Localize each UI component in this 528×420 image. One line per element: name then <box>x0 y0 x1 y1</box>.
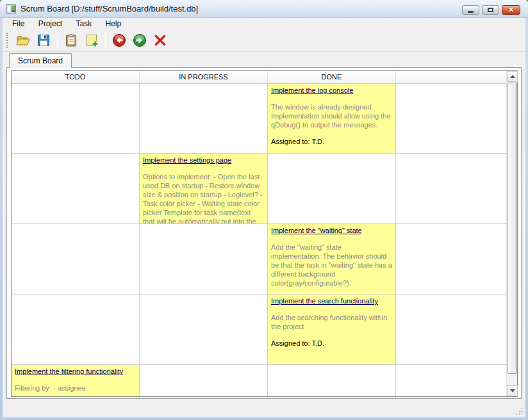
board-row: Implement the filtering functionality Fi… <box>12 365 506 396</box>
cell-todo[interactable]: Implement the filtering functionality Fi… <box>12 365 140 396</box>
task-card[interactable]: Implement the filtering functionality Fi… <box>12 365 139 396</box>
tab-bar: Scrum Board <box>3 52 525 68</box>
cell-todo[interactable] <box>12 154 140 223</box>
column-header-todo[interactable]: TODO <box>12 71 140 83</box>
cell-done[interactable]: Implement the log console The window is … <box>268 84 396 153</box>
cell-todo[interactable] <box>12 295 140 364</box>
scroll-down-button[interactable] <box>507 385 518 396</box>
task-title-link[interactable]: Implement the settings page <box>143 156 264 165</box>
board-body: Implement the log console The window is … <box>12 84 506 396</box>
scrum-board-pane: TODO IN PROGRESS DONE Implement the log … <box>6 67 522 399</box>
task-title-link[interactable]: Implement the filtering functionality <box>15 367 136 376</box>
cell-in-progress[interactable] <box>140 84 268 153</box>
cell-in-progress[interactable] <box>140 365 268 396</box>
move-task-back-button[interactable] <box>110 31 128 49</box>
cell-done[interactable]: Implement the "waiting" state Add the "w… <box>268 224 396 294</box>
task-card[interactable]: Implement the "waiting" state Add the "w… <box>268 224 395 294</box>
new-note-icon <box>84 33 99 48</box>
column-header-empty[interactable] <box>396 71 506 83</box>
toolbar-separator <box>105 33 106 48</box>
new-task-button[interactable] <box>83 31 101 49</box>
window-title: Scrum Board [D:/stuff/ScrumBoard/build/t… <box>21 4 198 13</box>
app-window: Scrum Board [D:/stuff/ScrumBoard/build/t… <box>0 0 528 420</box>
move-task-forward-button[interactable] <box>131 31 149 49</box>
title-bar[interactable]: Scrum Board [D:/stuff/ScrumBoard/build/t… <box>0 0 528 18</box>
column-header-done[interactable]: DONE <box>268 71 396 83</box>
task-card[interactable]: Implement the search functionality Add t… <box>268 295 395 364</box>
cell-done[interactable]: Implement the search functionality Add t… <box>268 295 396 364</box>
menu-task[interactable]: Task <box>70 18 97 29</box>
toolbar <box>3 29 525 52</box>
task-title-link[interactable]: Implement the log console <box>271 86 392 95</box>
paste-task-button[interactable] <box>62 31 80 49</box>
cell-extra[interactable] <box>396 224 506 294</box>
menu-bar: File Project Task Help <box>3 18 525 29</box>
task-assignee: Assigned to: T.D. <box>271 339 392 348</box>
task-title-link[interactable]: Implement the search functionality <box>271 296 392 305</box>
save-icon <box>36 33 51 48</box>
client-area: File Project Task Help <box>3 18 525 417</box>
tab-scrum-board[interactable]: Scrum Board <box>9 53 72 68</box>
task-description: Options to implement: - Open the last us… <box>143 172 264 223</box>
task-assignee: Assigned to: T.D. <box>271 137 392 146</box>
board-row: Implement the search functionality Add t… <box>12 295 506 365</box>
vertical-scrollbar[interactable] <box>506 71 517 396</box>
menu-project[interactable]: Project <box>33 18 68 29</box>
task-description: The window is already designed. Implemen… <box>271 102 392 129</box>
resize-grip[interactable] <box>515 407 524 416</box>
column-header-in-progress[interactable]: IN PROGRESS <box>140 71 268 83</box>
save-project-button[interactable] <box>35 31 53 49</box>
cell-done[interactable] <box>268 154 396 223</box>
delete-task-button[interactable] <box>151 31 169 49</box>
cell-extra[interactable] <box>396 154 506 223</box>
close-icon: ✕ <box>508 6 514 13</box>
scroll-up-button[interactable] <box>507 71 518 82</box>
task-description: Add the "waiting" state implementation. … <box>271 243 392 287</box>
task-card[interactable]: Implement the log console The window is … <box>268 84 395 153</box>
task-title-link[interactable]: Implement the "waiting" state <box>271 226 392 235</box>
app-icon <box>6 4 16 14</box>
cell-in-progress[interactable] <box>140 224 268 294</box>
caption-buttons: ✕ <box>459 5 520 15</box>
cell-extra[interactable] <box>396 84 506 153</box>
close-button[interactable]: ✕ <box>502 5 520 15</box>
task-description: Filtering by: - assignee <box>15 384 136 392</box>
toolbar-grip-handle[interactable] <box>6 33 8 48</box>
board-header-row: TODO IN PROGRESS DONE <box>12 71 517 84</box>
maximize-button[interactable] <box>482 5 499 15</box>
board-row: Implement the "waiting" state Add the "w… <box>12 224 506 295</box>
minimize-icon <box>468 11 474 13</box>
cell-in-progress[interactable] <box>140 295 268 364</box>
cell-todo[interactable] <box>12 224 140 294</box>
forward-arrow-icon <box>132 33 147 48</box>
task-card[interactable]: Implement the settings page Options to i… <box>140 154 267 223</box>
cell-todo[interactable] <box>12 84 140 153</box>
board-row: Implement the settings page Options to i… <box>12 154 506 224</box>
menu-help[interactable]: Help <box>99 18 127 29</box>
open-project-button[interactable] <box>14 31 32 49</box>
triangle-down-icon <box>510 389 515 392</box>
cell-in-progress[interactable]: Implement the settings page Options to i… <box>140 154 268 223</box>
cell-done[interactable] <box>268 365 396 396</box>
board-row: Implement the log console The window is … <box>12 84 506 154</box>
toolbar-separator <box>57 33 58 48</box>
cell-extra[interactable] <box>396 295 506 364</box>
status-bar <box>3 401 525 417</box>
board-table: TODO IN PROGRESS DONE Implement the log … <box>11 70 518 397</box>
maximize-icon <box>488 8 493 12</box>
delete-x-icon <box>153 33 168 48</box>
open-folder-icon <box>15 33 31 48</box>
triangle-up-icon <box>510 75 515 78</box>
clipboard-icon <box>63 33 79 48</box>
menu-file[interactable]: File <box>6 18 30 29</box>
minimize-button[interactable] <box>462 5 479 15</box>
task-description: Add the searching functionality within t… <box>271 313 392 331</box>
scrollbar-thumb[interactable] <box>507 83 517 374</box>
cell-extra[interactable] <box>396 365 506 396</box>
back-arrow-icon <box>111 33 127 48</box>
